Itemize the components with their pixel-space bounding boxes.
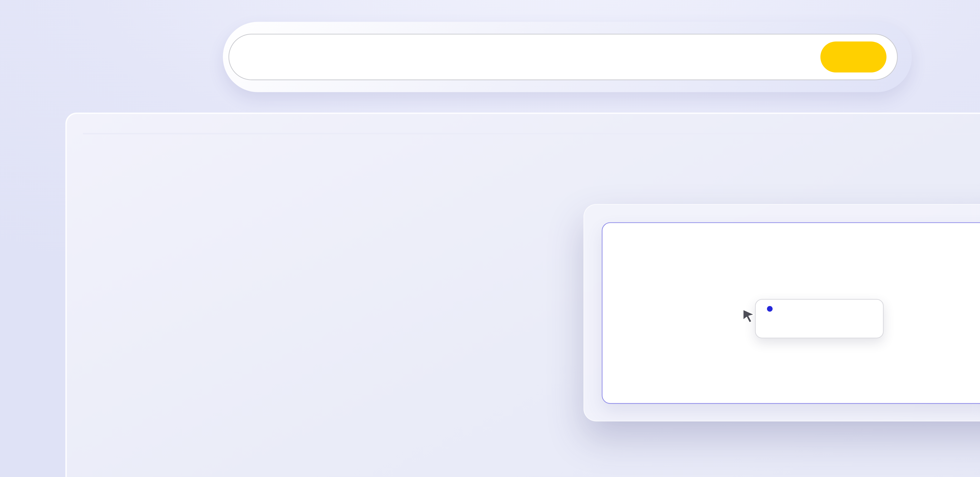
- hostname-trends-card: [602, 222, 980, 404]
- submit-button[interactable]: [821, 41, 886, 73]
- series-dot-icon: [767, 306, 773, 312]
- cursor-icon: [741, 308, 756, 324]
- chart-tooltip: [755, 299, 884, 338]
- query-bar: [223, 22, 912, 92]
- query-input[interactable]: [229, 34, 898, 80]
- app-screen: [0, 0, 980, 477]
